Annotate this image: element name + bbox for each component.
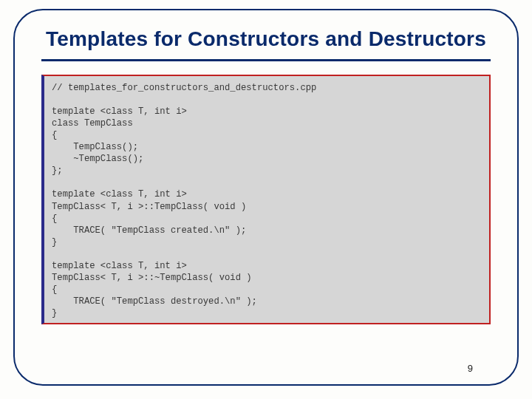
slide-frame: Templates for Constructors and Destructo… xyxy=(13,9,519,386)
code-box: // templates_for_constructors_and_destru… xyxy=(41,75,491,324)
page-number: 9 xyxy=(468,363,473,374)
code-listing: // templates_for_constructors_and_destru… xyxy=(52,82,482,324)
title-divider xyxy=(41,59,491,61)
slide-title: Templates for Constructors and Destructo… xyxy=(41,27,491,52)
